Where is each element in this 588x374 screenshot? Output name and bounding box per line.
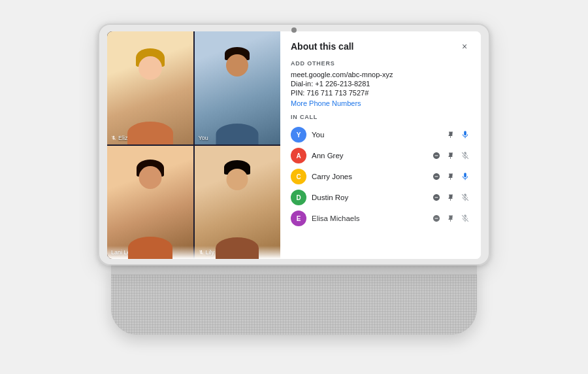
pin-button-dustin[interactable] (446, 192, 456, 203)
minus-icon-dustin (433, 194, 440, 201)
video-feed-lani (107, 146, 193, 259)
pin-icon-dustin (447, 194, 455, 201)
dial-in: Dial-in: +1 226-213-8281 (291, 80, 470, 88)
video-feed-you (195, 31, 281, 144)
audio-button-dustin[interactable] (460, 192, 470, 203)
audio-button-carry[interactable] (460, 171, 470, 182)
pin-icon-carry (447, 173, 455, 180)
video-feed-lily (195, 146, 281, 259)
row-icons-dustin (431, 192, 470, 203)
mic-off-icon-elizabeth (111, 135, 116, 141)
avatar-carry: C (291, 169, 306, 184)
add-others-label: ADD OTHERS (291, 60, 470, 67)
participant-row-carry: C Carry Jones (291, 166, 470, 187)
video-tile-elizabeth: Elizabeth Bae (107, 31, 193, 144)
add-others-section: ADD OTHERS meet.google.com/abc-mnop-xyz … (291, 60, 470, 107)
participant-row-dustin: D Dustin Roy (291, 187, 470, 208)
video-tile-lily: Lily Smyth (195, 146, 281, 259)
participant-name-elisa: Elisa Michaels (312, 214, 426, 222)
pin-button-you[interactable] (446, 129, 456, 140)
camera (291, 27, 297, 33)
minus-icon-ann (433, 152, 440, 160)
mic-off-icon-lily (199, 250, 204, 255)
pin-icon-you (447, 131, 455, 139)
audio-icon-carry (461, 172, 470, 181)
speaker-base (111, 263, 477, 335)
avatar-elisa: E (291, 211, 306, 226)
pin-button-ann[interactable] (446, 150, 456, 161)
mic-off-icon-elisa (461, 214, 470, 223)
minus-button-elisa[interactable] (431, 213, 442, 224)
participant-row-elisa: E Elisa Michaels (291, 208, 470, 229)
meet-link: meet.google.com/abc-mnop-xyz (291, 71, 470, 78)
participant-row-ann: A Ann Grey (291, 145, 470, 166)
info-panel: About this call × ADD OTHERS meet.google… (280, 31, 481, 259)
audio-button-ann[interactable] (460, 150, 470, 161)
participant-name-ann: Ann Grey (312, 152, 426, 160)
pin-icon-ann (447, 152, 455, 160)
panel-header: About this call × (291, 41, 470, 52)
participant-name-you: You (312, 131, 440, 139)
minus-button-ann[interactable] (431, 150, 442, 161)
avatar-you: Y (291, 127, 306, 143)
mic-off-icon-dustin (461, 193, 470, 202)
minus-icon-carry (433, 173, 440, 180)
speaker-fabric (111, 275, 477, 335)
audio-icon-you (461, 130, 470, 139)
mic-off-icon-ann (461, 151, 470, 160)
video-tile-lani: Lani Lee (107, 146, 193, 259)
pin-button-carry[interactable] (446, 171, 456, 182)
row-icons-ann (431, 150, 470, 161)
participant-row-you: Y You (291, 124, 470, 145)
minus-button-carry[interactable] (431, 171, 442, 182)
more-numbers-link[interactable]: More Phone Numbers (291, 99, 470, 107)
avatar-ann: A (291, 148, 306, 163)
pin-icon-elisa (447, 214, 455, 222)
pin-button-elisa[interactable] (446, 213, 456, 224)
audio-button-elisa[interactable] (460, 213, 470, 224)
row-icons-elisa (431, 213, 470, 224)
minus-button-dustin[interactable] (431, 192, 442, 203)
video-tile-you: You (195, 31, 281, 144)
participant-name-carry: Carry Jones (312, 173, 426, 180)
audio-button-you[interactable] (460, 129, 470, 140)
minus-icon-elisa (433, 214, 440, 222)
device: Elizabeth Bae (78, 24, 510, 350)
close-button[interactable]: × (459, 41, 470, 52)
panel-fade (280, 246, 481, 259)
in-call-label: IN CALL (291, 114, 470, 120)
panel-title: About this call (291, 41, 353, 52)
avatar-dustin: D (291, 190, 306, 205)
device-bezel: Elizabeth Bae (98, 24, 490, 265)
pin: PIN: 716 711 713 7527# (291, 89, 470, 97)
screen: Elizabeth Bae (107, 31, 481, 259)
row-icons-carry (431, 171, 470, 182)
row-icons-you (446, 129, 470, 140)
video-grid: Elizabeth Bae (107, 31, 280, 259)
you-label: You (199, 135, 208, 141)
participant-name-dustin: Dustin Roy (312, 194, 426, 201)
scene: Elizabeth Bae (0, 0, 588, 374)
video-feed-elizabeth (107, 31, 193, 144)
